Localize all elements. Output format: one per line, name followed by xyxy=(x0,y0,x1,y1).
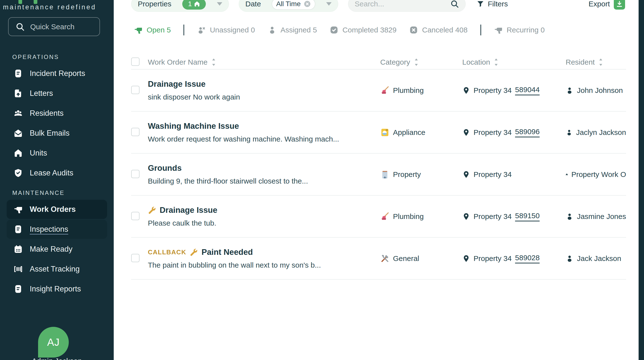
tab-label: Canceled 408 xyxy=(422,26,468,34)
sidebar-item-label: Work Orders xyxy=(30,205,76,214)
document-icon xyxy=(14,225,23,234)
table-body: Drainage Issuesink disposer No work agai… xyxy=(131,70,626,280)
download-icon xyxy=(614,0,625,10)
sidebar-item-asset-tracking[interactable]: Asset Tracking xyxy=(7,259,107,279)
quick-search-placeholder: Quick Search xyxy=(30,23,74,31)
tab-recurring[interactable]: Recurring 0 xyxy=(494,26,545,35)
avatar[interactable]: AJ xyxy=(38,327,69,357)
tab-canceled[interactable]: Canceled 408 xyxy=(409,26,468,35)
properties-filter-label: Properties xyxy=(138,0,172,8)
sidebar-item-work-orders[interactable]: Work Orders xyxy=(7,200,107,219)
sidebar-item-label: Make Ready xyxy=(30,245,72,254)
search-input[interactable]: Search... xyxy=(348,0,466,12)
sidebar-item-residents[interactable]: Residents xyxy=(7,104,107,123)
funnel-icon xyxy=(476,0,484,8)
table-row[interactable]: CALLBACKPaint NeededThe paint in bubblin… xyxy=(131,238,626,280)
sort-icon[interactable] xyxy=(210,58,217,66)
search-icon xyxy=(16,22,25,32)
row-checkbox[interactable] xyxy=(131,212,140,220)
tools-icon xyxy=(380,254,390,263)
sidebar-item-bulk-emails[interactable]: Bulk Emails xyxy=(7,124,107,143)
category-label: General xyxy=(393,254,419,263)
table-row[interactable]: GroundsBuilding 9, the third-floor stair… xyxy=(131,154,626,196)
work-order-description: Work order request for washing machine. … xyxy=(148,135,380,143)
work-order-number-link[interactable]: 589096 xyxy=(515,128,540,137)
clear-date-icon[interactable] xyxy=(304,0,311,8)
sort-icon[interactable] xyxy=(598,58,604,66)
tab-open[interactable]: Open 5 xyxy=(134,26,171,35)
sidebar-item-label: Units xyxy=(30,149,47,158)
tab-unassigned[interactable]: Unassigned 0 xyxy=(197,26,255,35)
work-order-number-link[interactable]: 589150 xyxy=(515,212,540,221)
washing-machine-icon xyxy=(380,128,390,137)
table-row[interactable]: Washing Machine IssueWork order request … xyxy=(131,112,626,154)
sidebar-item-insight-reports[interactable]: Insight Reports xyxy=(7,279,107,298)
location-property: Property 34 xyxy=(474,170,512,179)
category-label: Plumbing xyxy=(393,212,424,221)
person-icon xyxy=(268,26,276,35)
tab-label: Completed 3829 xyxy=(342,26,396,34)
x-badge-icon xyxy=(409,26,418,35)
plunger-icon xyxy=(380,86,390,95)
sidebar-section-label-maintenance: MAINTENANCE xyxy=(12,189,114,196)
building-icon xyxy=(380,170,390,179)
sidebar-item-label: Bulk Emails xyxy=(30,129,70,138)
work-order-number-link[interactable]: 589044 xyxy=(515,86,540,95)
person-icon xyxy=(566,213,574,220)
export-label: Export xyxy=(588,0,610,8)
location-property: Property 34 xyxy=(474,212,512,221)
date-filter-chip[interactable]: All Time xyxy=(272,0,315,10)
tab-assigned[interactable]: Assigned 5 xyxy=(268,26,317,35)
column-header-resident: Resident xyxy=(566,58,595,66)
chevron-down-icon xyxy=(217,2,222,6)
sort-icon[interactable] xyxy=(493,58,499,66)
date-filter-value: All Time xyxy=(276,0,301,8)
select-all-checkbox[interactable] xyxy=(131,58,140,66)
properties-filter[interactable]: Properties 1 xyxy=(131,0,229,12)
row-checkbox[interactable] xyxy=(131,86,140,94)
resident-name: Jasmine Jones xyxy=(577,212,626,221)
home-icon xyxy=(566,171,568,178)
sidebar-item-incident-reports[interactable]: Incident Reports xyxy=(7,64,107,83)
sort-icon[interactable] xyxy=(413,58,420,66)
drill-icon xyxy=(14,205,23,214)
sidebar-item-units[interactable]: Units xyxy=(7,144,107,163)
work-order-number-link[interactable]: 589028 xyxy=(515,254,540,263)
sidebar-item-lease-audits[interactable]: Lease Audits xyxy=(7,163,107,183)
user-name: Admin Jackson xyxy=(0,357,114,360)
tab-completed[interactable]: Completed 3829 xyxy=(330,26,396,35)
date-filter[interactable]: Date All Time xyxy=(239,0,338,12)
row-checkbox[interactable] xyxy=(131,254,140,262)
person-x-icon xyxy=(197,26,206,35)
work-order-title: Washing Machine Issue xyxy=(148,121,239,131)
tab-label: Unassigned 0 xyxy=(210,26,255,34)
work-order-description: The paint in bubbling on the wall next t… xyxy=(148,261,380,269)
pin-icon xyxy=(462,87,470,94)
row-checkbox[interactable] xyxy=(131,170,140,178)
sidebar-item-letters[interactable]: Letters xyxy=(7,84,107,103)
filters-label: Filters xyxy=(488,0,508,8)
person-icon xyxy=(566,255,574,262)
work-order-description: Building 9, the third-floor stairwell cl… xyxy=(148,177,380,185)
sidebar-item-inspections[interactable]: Inspections xyxy=(7,220,107,239)
logo-tagline: maintenance redefined xyxy=(3,4,111,11)
scrollbar-track[interactable] xyxy=(638,0,644,360)
category-label: Appliance xyxy=(393,128,426,137)
table-row[interactable]: Drainage Issuesink disposer No work agai… xyxy=(131,70,626,112)
table-header: Work Order Name Category Location Reside… xyxy=(131,55,626,70)
app-window: maintenance redefined Quick Search OPERA… xyxy=(0,0,644,360)
sidebar-item-label: Lease Audits xyxy=(30,169,74,177)
quick-search-input[interactable]: Quick Search xyxy=(8,17,100,36)
sidebar-item-make-ready[interactable]: Make Ready xyxy=(7,240,107,259)
table-row[interactable]: Drainage IssuePlease caulk the tub.Plumb… xyxy=(131,196,626,238)
location-property: Property 34 xyxy=(474,86,512,95)
sidebar-item-label: Residents xyxy=(30,109,64,118)
work-order-description: Please caulk the tub. xyxy=(148,219,380,227)
file-upload-icon xyxy=(14,89,23,98)
filters-button[interactable]: Filters xyxy=(476,0,508,8)
work-orders-table: Work Order Name Category Location Reside… xyxy=(131,55,626,280)
date-filter-label: Date xyxy=(245,0,261,8)
export-button[interactable]: Export xyxy=(588,0,625,10)
plunger-icon xyxy=(380,212,390,221)
row-checkbox[interactable] xyxy=(131,128,140,136)
